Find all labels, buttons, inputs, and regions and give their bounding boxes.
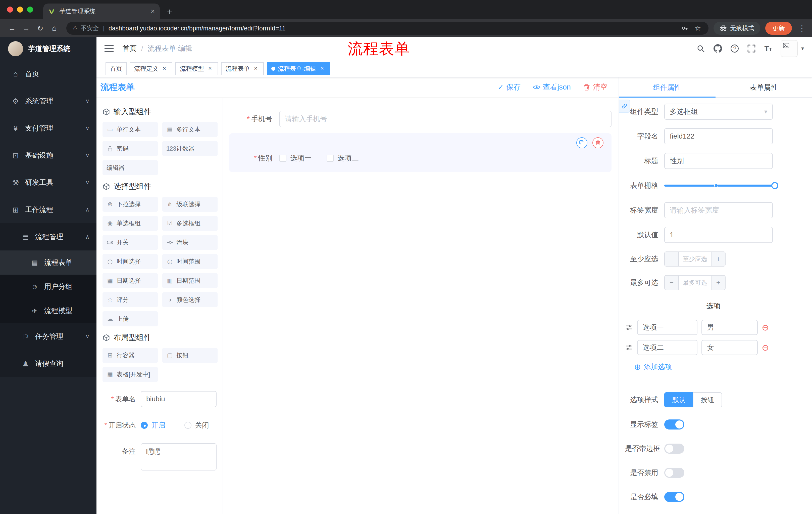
tab-form-props[interactable]: 表单属性 — [716, 77, 812, 97]
status-off-radio[interactable]: 关闭 — [184, 421, 209, 430]
save-button[interactable]: ✓ 保存 — [497, 82, 521, 92]
component-item-single-line-text[interactable]: ▭单行文本 — [103, 122, 158, 137]
component-item-checkbox-group[interactable]: ☑多选框组 — [162, 216, 218, 231]
sidebar-item-payment[interactable]: ¥ 支付管理 ∨ — [0, 115, 96, 142]
tag-process-definition[interactable]: 流程定义 × — [129, 62, 172, 75]
component-item-slider[interactable]: 滑块 — [162, 235, 218, 250]
component-item-color-picker[interactable]: ◑颜色选择 — [162, 292, 218, 307]
max-select-placeholder[interactable]: 最多可选 — [679, 276, 711, 290]
component-item-switch[interactable]: 开关 — [103, 235, 158, 250]
component-item-date-picker[interactable]: ▦日期选择 — [103, 273, 158, 288]
back-button[interactable]: ← — [5, 24, 19, 32]
gender-option-1-checkbox[interactable]: 选项一 — [279, 154, 312, 163]
font-size-icon[interactable]: TT — [764, 44, 772, 53]
required-switch[interactable] — [664, 492, 685, 502]
copy-component-button[interactable] — [576, 137, 587, 148]
sidebar-item-home[interactable]: ⌂ 首页 — [0, 60, 96, 87]
title-input[interactable] — [664, 153, 773, 169]
bookmark-star-icon[interactable]: ☆ — [695, 24, 701, 32]
new-tab-button[interactable]: + — [167, 7, 172, 17]
label-width-input[interactable] — [664, 202, 773, 218]
slider-handle[interactable] — [771, 182, 778, 189]
component-item-password[interactable]: 密码 — [103, 141, 158, 156]
disabled-switch[interactable] — [664, 468, 685, 478]
add-option-button[interactable]: ⊕ 添加选项 — [634, 362, 802, 372]
window-minimize-button[interactable] — [17, 6, 23, 12]
tag-home[interactable]: 首页 — [106, 62, 127, 75]
hamburger-icon[interactable] — [105, 45, 114, 52]
tab-close-icon[interactable]: × — [151, 8, 155, 15]
component-item-cascader[interactable]: ⋔级联选择 — [162, 197, 218, 212]
component-item-multiline-text[interactable]: ▤多行文本 — [162, 122, 218, 137]
sidebar-item-task-management[interactable]: ⚐ 任务管理 ∨ — [0, 323, 96, 350]
canvas-field-phone[interactable]: *手机号 — [229, 111, 611, 127]
component-item-time-picker[interactable]: ◷时间选择 — [103, 254, 158, 269]
option-name-input[interactable] — [637, 320, 697, 335]
component-item-row-container[interactable]: ⊞行容器 — [103, 348, 158, 363]
link-anchor-button[interactable] — [619, 100, 630, 113]
browser-menu-icon[interactable]: ⋮ — [797, 24, 807, 33]
window-close-button[interactable] — [7, 6, 13, 12]
default-value-input[interactable] — [664, 227, 773, 243]
tag-close-icon[interactable]: × — [319, 65, 326, 72]
tag-process-model[interactable]: 流程模型 × — [175, 62, 218, 75]
gender-option-2-checkbox[interactable]: 选项二 — [327, 154, 359, 163]
form-name-input[interactable] — [141, 391, 216, 407]
sidebar-item-process-form[interactable]: ▤ 流程表单 — [0, 250, 96, 275]
remove-option-icon[interactable]: ⊖ — [762, 343, 769, 352]
tag-close-icon[interactable]: × — [161, 65, 168, 72]
fullscreen-icon[interactable] — [747, 44, 756, 53]
sidebar-item-user-group[interactable]: ☺ 用户分组 — [0, 275, 96, 299]
sidebar-item-process-management[interactable]: ≣ 流程管理 ∧ — [0, 223, 96, 250]
checkbox-box[interactable] — [279, 155, 286, 162]
tag-process-form[interactable]: 流程表单 × — [221, 62, 264, 75]
component-item-time-range[interactable]: ◶时间范围 — [162, 254, 218, 269]
drag-handle-icon[interactable] — [625, 323, 633, 331]
show-label-switch[interactable] — [664, 420, 685, 430]
user-avatar[interactable] — [781, 40, 798, 57]
sidebar-item-workflow[interactable]: ⊞ 工作流程 ∧ — [0, 196, 96, 223]
checkbox-box[interactable] — [327, 155, 334, 162]
sidebar-item-leave-query[interactable]: ♟ 请假查询 — [0, 350, 96, 377]
component-item-table[interactable]: ▦表格[开发中] — [103, 367, 158, 382]
increase-button[interactable]: + — [711, 252, 725, 266]
update-button[interactable]: 更新 — [765, 22, 792, 35]
clear-button[interactable]: 清空 — [583, 82, 608, 92]
breadcrumb-home[interactable]: 首页 — [123, 44, 137, 53]
option-name-input[interactable] — [637, 340, 697, 355]
drag-handle-icon[interactable] — [625, 344, 633, 352]
decrease-button[interactable]: − — [665, 276, 679, 290]
sidebar-item-system[interactable]: ⚙ 系统管理 ∨ — [0, 87, 96, 115]
component-item-radio-group[interactable]: ◉单选框组 — [103, 216, 158, 231]
home-button[interactable]: ⌂ — [47, 24, 61, 32]
form-grid-slider[interactable] — [664, 185, 775, 187]
tag-close-icon[interactable]: × — [252, 65, 259, 72]
component-type-select[interactable]: 多选框组 ▾ — [664, 104, 773, 120]
sidebar-item-infrastructure[interactable]: ⊡ 基础设施 ∨ — [0, 142, 96, 169]
style-default-button[interactable]: 默认 — [664, 392, 693, 407]
forward-button[interactable]: → — [19, 24, 33, 32]
style-button-button[interactable]: 按钮 — [693, 392, 722, 407]
increase-button[interactable]: + — [711, 276, 725, 290]
tag-process-form-edit[interactable]: 流程表单-编辑 × — [267, 62, 330, 75]
component-item-rate[interactable]: ☆评分 — [103, 292, 158, 307]
address-bar[interactable]: ⚠ 不安全 | dashboard.yudao.iocoder.cn/bpm/m… — [66, 22, 708, 35]
sidebar-item-dev-tools[interactable]: ⚒ 研发工具 ∨ — [0, 169, 96, 196]
tab-component-props[interactable]: 组件属性 — [619, 77, 716, 98]
min-select-placeholder[interactable]: 至少应选 — [679, 252, 711, 266]
tag-close-icon[interactable]: × — [206, 65, 213, 72]
delete-component-button[interactable] — [592, 137, 604, 148]
window-zoom-button[interactable] — [27, 6, 33, 12]
security-label[interactable]: 不安全 — [81, 24, 99, 32]
search-icon[interactable] — [696, 44, 705, 53]
password-key-icon[interactable] — [681, 24, 689, 32]
status-on-radio[interactable]: 开启 — [141, 421, 165, 430]
sidebar-item-process-model[interactable]: ✈ 流程模型 — [0, 299, 96, 323]
option-value-input[interactable] — [701, 340, 758, 355]
canvas-field-gender-selected[interactable]: *性别 选项一 选项二 — [229, 133, 611, 172]
component-item-select[interactable]: ⊚下拉选择 — [103, 197, 158, 212]
option-value-input[interactable] — [701, 320, 758, 335]
component-item-upload[interactable]: ☁上传 — [103, 311, 158, 326]
decrease-button[interactable]: − — [665, 252, 679, 266]
browser-tab[interactable]: 芋道管理系统 × — [43, 3, 160, 19]
